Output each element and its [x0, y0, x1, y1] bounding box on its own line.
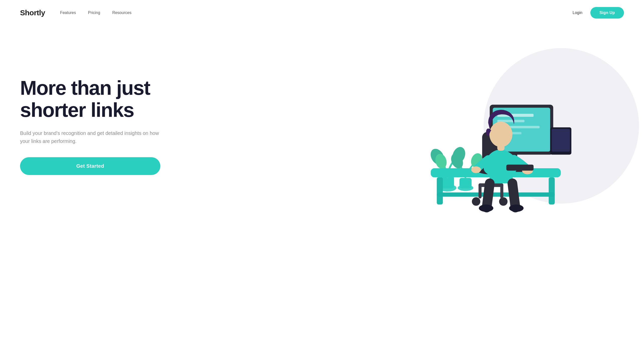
- svg-rect-6: [459, 178, 471, 189]
- hero-subtitle: Build your brand's recognition and get d…: [20, 129, 160, 145]
- signup-button[interactable]: Sign Up: [590, 7, 624, 19]
- nav-link-pricing[interactable]: Pricing: [88, 11, 100, 15]
- svg-rect-11: [549, 177, 555, 205]
- nav-link-resources[interactable]: Resources: [112, 11, 131, 15]
- nav-right: Login Sign Up: [573, 7, 624, 19]
- svg-point-26: [499, 197, 507, 206]
- svg-point-32: [471, 166, 481, 173]
- svg-point-25: [472, 197, 480, 206]
- hero-title-line2: shorter links: [20, 99, 134, 121]
- nav-links: Features Pricing Resources: [60, 11, 573, 15]
- nav-link-features[interactable]: Features: [60, 11, 76, 15]
- get-started-button[interactable]: Get Started: [20, 157, 160, 175]
- svg-point-37: [509, 205, 523, 212]
- hero-section: More than just shorter links Build your …: [0, 26, 644, 231]
- svg-point-35: [489, 122, 512, 147]
- hero-title: More than just shorter links: [20, 77, 352, 121]
- navbar: Shortly Features Pricing Resources Login…: [0, 0, 644, 26]
- svg-rect-12: [437, 193, 555, 197]
- login-link[interactable]: Login: [573, 11, 582, 15]
- svg-rect-33: [506, 164, 533, 170]
- svg-point-36: [479, 205, 493, 212]
- hero-illustration: [352, 38, 624, 214]
- svg-rect-10: [437, 177, 443, 205]
- hero-content: More than just shorter links Build your …: [20, 77, 352, 175]
- desk-illustration: [352, 38, 624, 214]
- svg-rect-22: [552, 129, 570, 152]
- logo[interactable]: Shortly: [20, 9, 45, 17]
- hero-title-line1: More than just: [20, 77, 150, 99]
